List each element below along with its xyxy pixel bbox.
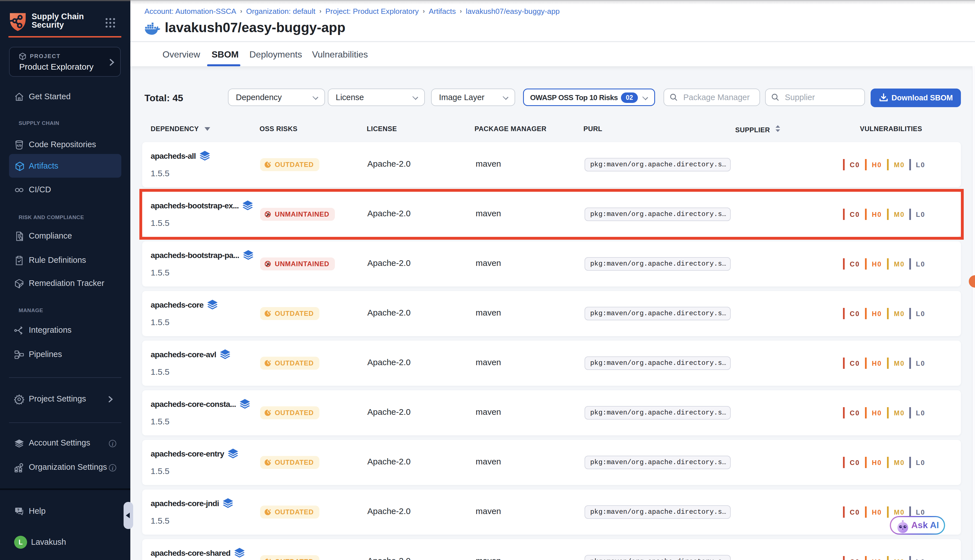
- svg-text:?: ?: [17, 508, 20, 512]
